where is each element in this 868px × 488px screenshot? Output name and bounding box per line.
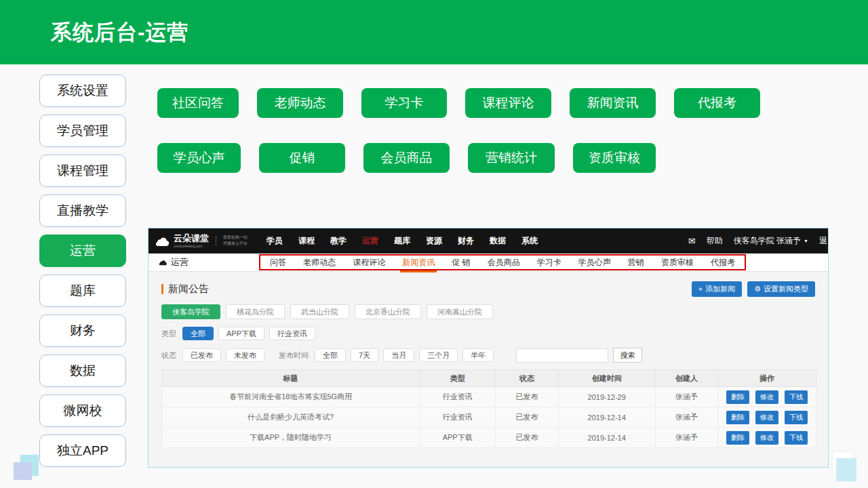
feature-button-study-card[interactable]: 学习卡 [361,88,447,118]
search-input[interactable] [516,348,608,363]
edit-button[interactable]: 修改 [755,431,778,445]
subnav-item-course-comments[interactable]: 课程评论 [353,257,385,268]
subnav-item-qa[interactable]: 问答 [270,257,286,268]
section-actions: + 添加新闻 ⚙ 设置新闻类型 [692,281,815,297]
brand-tagline: 教育机构一站 式服务云平台 [223,235,248,247]
offline-button[interactable]: 下线 [785,431,808,445]
search-button[interactable]: 搜索 [613,348,642,363]
time-option-7days[interactable]: 7天 [351,348,378,362]
panel-content: 新闻公告 + 添加新闻 ⚙ 设置新闻类型 侠客岛学院 桃花岛分院 武当山分院 北… [149,281,828,448]
nav-item-courses[interactable]: 课程 [298,235,315,247]
subnav-item-promotion[interactable]: 促 销 [452,257,470,268]
cell-status: 已发布 [496,428,559,448]
sidebar-item-live-teaching[interactable]: 直播教学 [39,195,126,227]
table-header-row: 标题 类型 状态 创建时间 创建人 操作 [162,370,816,387]
cell-actions: 删除 修改 下线 [718,387,816,407]
feature-button-student-voice[interactable]: 学员心声 [157,143,241,173]
column-header-created-time: 创建时间 [558,370,655,387]
add-news-button[interactable]: + 添加新闻 [692,281,742,297]
page-title: 系统后台-运营 [0,0,868,64]
subnav-item-news[interactable]: 新闻资讯 [402,257,435,268]
sidebar-item-micro-school[interactable]: 微网校 [39,394,126,427]
sidebar-item-data[interactable]: 数据 [39,354,126,387]
feature-button-member-goods[interactable]: 会员商品 [363,143,450,173]
logout-link[interactable]: 退 [819,235,827,247]
admin-navbar: 云朵课堂 yunduoketang.com 教育机构一站 式服务云平台 学员 课… [149,228,828,253]
time-option-3months[interactable]: 三个月 [419,348,458,362]
time-filter-label: 发布时间 [279,350,309,361]
feature-button-course-comments[interactable]: 课程评论 [465,88,551,118]
type-option-industry-news[interactable]: 行业资讯 [269,327,315,340]
account-menu[interactable]: 侠客岛学院 张涵予 ▼ [734,235,808,247]
delete-button[interactable]: 删除 [726,390,749,404]
offline-button[interactable]: 下线 [785,390,808,404]
feature-button-news[interactable]: 新闻资讯 [570,88,656,118]
sidebar-item-standalone-app[interactable]: 独立APP [39,434,126,467]
nav-item-students[interactable]: 学员 [267,235,283,247]
subnav-item-proxy-exam[interactable]: 代报考 [711,257,735,268]
subnav-item-qualification-audit[interactable]: 资质审核 [661,257,694,268]
help-link[interactable]: 帮助 [707,235,723,247]
nav-item-data[interactable]: 数据 [490,235,506,247]
sidebar-item-question-bank[interactable]: 题库 [39,274,126,307]
type-option-app-download[interactable]: APP下载 [218,327,264,340]
nav-item-system[interactable]: 系统 [521,235,538,247]
module-title: 运营 [158,256,189,268]
section-title: 新闻公告 [161,283,209,296]
feature-button-proxy-exam[interactable]: 代报考 [674,88,760,118]
column-header-actions: 操作 [718,370,816,387]
nav-item-operations[interactable]: 运营 [362,235,378,247]
subnav-item-teacher-updates[interactable]: 老师动态 [303,257,336,268]
feature-button-promotion[interactable]: 促销 [259,143,345,173]
type-option-all[interactable]: 全部 [182,327,214,340]
campus-tab-beijing-xiangshan[interactable]: 北京香山分院 [355,304,421,319]
subnav-item-member-goods[interactable]: 会员商品 [488,257,520,268]
sidebar-item-course-management[interactable]: 课程管理 [39,155,126,187]
offline-button[interactable]: 下线 [785,411,808,424]
edit-button[interactable]: 修改 [755,390,778,404]
campus-tab-taohuadao[interactable]: 桃花岛分院 [226,304,285,319]
cell-status: 已发布 [496,407,559,428]
subnav-item-student-voice[interactable]: 学员心声 [578,257,611,268]
status-filter-label: 状态 [161,350,176,361]
sidebar-item-student-management[interactable]: 学员管理 [39,115,126,147]
feature-button-teacher-updates[interactable]: 老师动态 [257,88,343,118]
nav-item-teaching[interactable]: 教学 [330,235,347,247]
admin-nav-menu: 学员 课程 教学 运营 题库 资源 财务 数据 系统 [267,235,538,247]
gear-icon: ⚙ [754,285,761,293]
edit-button[interactable]: 修改 [755,411,778,424]
delete-button[interactable]: 删除 [726,431,749,445]
sidebar-item-system-settings[interactable]: 系统设置 [39,75,126,107]
campus-tab-xiakedao[interactable]: 侠客岛学院 [161,304,220,319]
admin-subnav: 运营 问答 老师动态 课程评论 新闻资讯 促 销 会员商品 学习卡 学员心声 营… [149,253,828,272]
cloud-logo-icon [154,236,170,246]
status-option-published[interactable]: 已发布 [182,348,221,362]
sidebar: 系统设置 学员管理 课程管理 直播教学 运营 题库 财务 数据 微网校 独立AP… [39,75,126,467]
cell-creator: 张涵予 [655,387,718,407]
delete-button[interactable]: 删除 [726,411,749,424]
nav-item-question-bank[interactable]: 题库 [394,235,410,247]
cell-actions: 删除 修改 下线 [718,407,816,428]
cell-type: 行业资讯 [420,407,496,428]
subnav-item-study-card[interactable]: 学习卡 [537,257,561,268]
feature-button-community-qa[interactable]: 社区问答 [157,88,239,118]
feature-button-marketing-stats[interactable]: 营销统计 [468,143,555,173]
status-option-unpublished[interactable]: 未发布 [226,348,264,362]
feature-buttons-row-2: 学员心声 促销 会员商品 营销统计 资质审核 [157,143,656,173]
sidebar-item-operations[interactable]: 运营 [39,235,126,267]
column-header-type: 类型 [420,370,496,387]
campus-tab-wudangshan[interactable]: 武当山分院 [290,304,349,319]
time-option-half-year[interactable]: 半年 [462,348,494,362]
nav-item-resources[interactable]: 资源 [426,235,442,247]
time-option-all[interactable]: 全部 [315,348,346,362]
mail-icon[interactable]: ✉ [688,236,696,246]
campus-tab-henan-songshan[interactable]: 河南嵩山分院 [427,304,493,319]
cell-type: APP下载 [420,428,496,448]
news-type-settings-button[interactable]: ⚙ 设置新闻类型 [747,281,815,297]
sidebar-item-finance[interactable]: 财务 [39,314,126,347]
time-option-current-month[interactable]: 当月 [383,348,414,362]
nav-item-finance[interactable]: 财务 [458,235,474,247]
feature-button-qualification-audit[interactable]: 资质审核 [573,143,656,173]
module-icon [158,259,167,266]
subnav-item-marketing[interactable]: 营销 [628,257,644,268]
